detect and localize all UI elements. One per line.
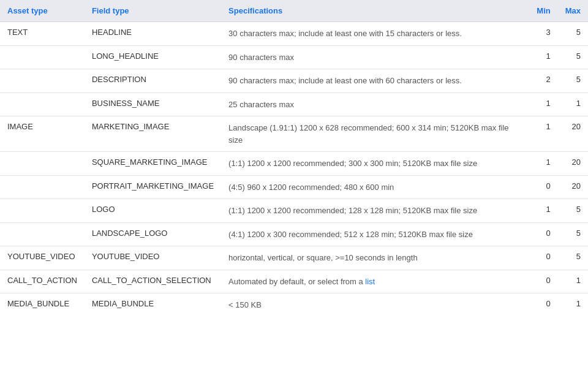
specifications-cell: (4:5) 960 x 1200 recommended; 480 x 600 …: [221, 175, 529, 199]
spec-link[interactable]: list: [365, 277, 375, 286]
min-cell: 1: [529, 152, 557, 176]
asset-type-cell: [0, 69, 85, 93]
field-type-cell: MARKETING_IMAGE: [85, 116, 221, 152]
max-cell: 5: [558, 69, 588, 93]
asset-type-cell: [0, 93, 85, 116]
min-cell: 1: [529, 45, 557, 69]
specifications-cell: (1:1) 1200 x 1200 recommended; 128 x 128…: [221, 199, 529, 223]
asset-type-cell: TEXT: [0, 22, 85, 46]
specifications-cell: (1:1) 1200 x 1200 recommended; 300 x 300…: [221, 152, 529, 176]
specifications-cell: Landscape (1.91:1) 1200 x 628 recommende…: [221, 116, 529, 152]
max-cell: 1: [558, 270, 588, 293]
specifications-cell: 25 characters max: [221, 93, 529, 116]
min-cell: 1: [529, 116, 557, 152]
specifications-cell: horizontal, vertical, or square, >=10 se…: [221, 246, 529, 270]
specifications-cell: < 150 KB: [221, 293, 529, 317]
max-cell: 5: [558, 45, 588, 69]
field-type-cell: LANDSCAPE_LOGO: [85, 222, 221, 246]
header-min: Min: [529, 0, 557, 22]
asset-type-cell: IMAGE: [0, 116, 85, 152]
min-cell: 0: [529, 270, 557, 293]
field-type-cell: BUSINESS_NAME: [85, 93, 221, 116]
asset-type-cell: YOUTUBE_VIDEO: [0, 246, 85, 270]
field-type-cell: PORTRAIT_MARKETING_IMAGE: [85, 175, 221, 199]
min-cell: 1: [529, 199, 557, 223]
min-cell: 0: [529, 293, 557, 317]
header-specifications: Specifications: [221, 0, 529, 22]
asset-type-cell: [0, 152, 85, 176]
field-type-cell: LONG_HEADLINE: [85, 45, 221, 69]
field-type-cell: CALL_TO_ACTION_SELECTION: [85, 270, 221, 293]
field-type-cell: MEDIA_BUNDLE: [85, 293, 221, 317]
header-field-type: Field type: [85, 0, 221, 22]
field-type-cell: SQUARE_MARKETING_IMAGE: [85, 152, 221, 176]
max-cell: 20: [558, 152, 588, 176]
field-type-cell: YOUTUBE_VIDEO: [85, 246, 221, 270]
min-cell: 0: [529, 246, 557, 270]
min-cell: 2: [529, 69, 557, 93]
max-cell: 5: [558, 22, 588, 46]
min-cell: 3: [529, 22, 557, 46]
header-asset-type: Asset type: [0, 0, 85, 22]
asset-type-cell: MEDIA_BUNDLE: [0, 293, 85, 317]
min-cell: 1: [529, 93, 557, 116]
max-cell: 5: [558, 199, 588, 223]
max-cell: 5: [558, 246, 588, 270]
specifications-cell[interactable]: Automated by default, or select from a l…: [221, 270, 529, 293]
asset-type-cell: [0, 45, 85, 69]
max-cell: 20: [558, 116, 588, 152]
header-max: Max: [558, 0, 588, 22]
field-type-cell: HEADLINE: [85, 22, 221, 46]
spec-text: Automated by default, or select from a: [228, 277, 365, 286]
min-cell: 0: [529, 175, 557, 199]
max-cell: 20: [558, 175, 588, 199]
asset-type-cell: [0, 175, 85, 199]
asset-type-cell: [0, 222, 85, 246]
specifications-cell: (4:1) 1200 x 300 recommended; 512 x 128 …: [221, 222, 529, 246]
specifications-cell: 30 characters max; include at least one …: [221, 22, 529, 46]
field-type-cell: LOGO: [85, 199, 221, 223]
specifications-cell: 90 characters max: [221, 45, 529, 69]
max-cell: 1: [558, 293, 588, 317]
max-cell: 5: [558, 222, 588, 246]
specifications-cell: 90 characters max; include at least one …: [221, 69, 529, 93]
asset-type-cell: [0, 199, 85, 223]
asset-type-cell: CALL_TO_ACTION: [0, 270, 85, 293]
max-cell: 1: [558, 93, 588, 116]
field-type-cell: DESCRIPTION: [85, 69, 221, 93]
min-cell: 0: [529, 222, 557, 246]
